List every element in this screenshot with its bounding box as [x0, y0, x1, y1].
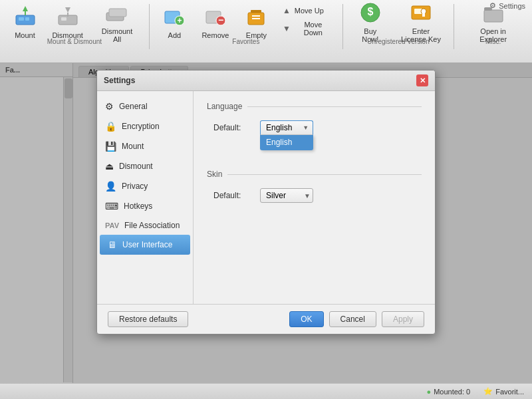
- nav-ui-label: User Interface: [122, 240, 172, 249]
- toolbar: Mount Dismount Dismount All: [0, 0, 532, 63]
- move-buttons: ▲ Move Up ▼ Move Down: [279, 4, 336, 39]
- move-up-icon: ▲: [283, 6, 291, 15]
- language-header-label: Language: [207, 102, 242, 111]
- nav-mount[interactable]: 💾 Mount: [97, 136, 193, 156]
- dismount-icon: [55, 3, 81, 30]
- add-button[interactable]: + Add: [156, 1, 193, 42]
- skin-header-label: Skin: [207, 170, 222, 179]
- toolbar-group-mount: Mount Dismount Dismount All: [0, 4, 150, 49]
- dialog-footer: Restore defaults OK Cancel Apply: [97, 304, 435, 334]
- spacer: [207, 143, 422, 170]
- favorites-status: ⭐ Favorit...: [483, 387, 524, 396]
- nav-dismount-label: Dismount: [119, 162, 153, 171]
- mounted-icon: ●: [427, 388, 432, 396]
- mounted-label: Mounted: 0: [434, 388, 470, 396]
- move-up-label: Move Up: [295, 7, 324, 15]
- dialog-close-button[interactable]: ✕: [416, 74, 428, 86]
- file-icon: PAV: [105, 221, 119, 229]
- mount-group-label: Mount & Dismount: [47, 38, 102, 45]
- favorites-status-icon: ⭐: [483, 387, 493, 396]
- move-down-icon: ▼: [283, 24, 291, 33]
- cancel-button[interactable]: Cancel: [329, 311, 376, 327]
- skin-default-label: Default:: [213, 191, 253, 200]
- nav-mount-label: Mount: [122, 142, 144, 151]
- add-label: Add: [168, 31, 182, 39]
- svg-text:$: $: [367, 6, 373, 17]
- svg-rect-10: [109, 9, 126, 17]
- move-down-button[interactable]: ▼ Move Down: [279, 19, 336, 39]
- buy-icon: $: [357, 0, 384, 26]
- app-titlebar: ⚙ Settings: [489, 1, 525, 10]
- svg-rect-18: [251, 10, 261, 13]
- language-section-header: Language: [207, 102, 422, 111]
- privacy-icon: 👤: [105, 181, 116, 192]
- dialog-overlay: Settings ✕ ⚙ General 🔒 Encryption 💾: [0, 63, 532, 383]
- license-icon: [408, 0, 434, 26]
- nav-hotkeys-label: Hotkeys: [124, 201, 152, 211]
- dismount-button[interactable]: Dismount: [47, 1, 88, 42]
- nav-hotkeys[interactable]: ⌨ Hotkeys: [97, 196, 193, 216]
- nav-privacy-label: Privacy: [122, 182, 148, 191]
- skin-select[interactable]: Silver Blue Dark: [260, 188, 313, 203]
- favorites-group-label: Favorites: [232, 38, 259, 45]
- dialog-nav: ⚙ General 🔒 Encryption 💾 Mount ⏏ Dismoun…: [97, 91, 194, 304]
- ok-button[interactable]: OK: [289, 311, 323, 327]
- nav-general-label: General: [119, 102, 148, 111]
- nav-encryption[interactable]: 🔒 Encryption: [97, 116, 193, 136]
- restore-defaults-button[interactable]: Restore defaults: [108, 311, 188, 327]
- dismount-all-icon: [104, 0, 130, 26]
- remove-icon: −: [202, 3, 229, 30]
- dialog-body: ⚙ General 🔒 Encryption 💾 Mount ⏏ Dismoun…: [97, 91, 435, 304]
- misc-group-label: Misc.: [485, 38, 501, 45]
- toolbar-group-misc: Open in Explorer Misc.: [454, 4, 532, 49]
- status-bar: ● Mounted: 0 ⭐ Favorit...: [0, 383, 532, 399]
- svg-rect-1: [19, 17, 24, 21]
- dismount-nav-icon: ⏏: [105, 161, 114, 172]
- svg-marker-7: [65, 7, 70, 13]
- mount-icon: [12, 3, 39, 30]
- language-option-english[interactable]: English: [261, 135, 313, 150]
- mounted-status: ● Mounted: 0: [427, 388, 471, 396]
- svg-rect-27: [484, 10, 503, 22]
- language-dropdown[interactable]: English ▼ English: [260, 120, 313, 135]
- toolbar-group-unregistered: $ Buy Now! Enter License Key Unregistere…: [343, 4, 454, 49]
- language-default-label: Default:: [213, 123, 253, 132]
- skin-field-row: Default: Silver Blue Dark ▼: [207, 188, 422, 203]
- skin-dropdown[interactable]: Silver Blue Dark ▼: [260, 188, 313, 203]
- empty-button[interactable]: Empty: [238, 1, 275, 42]
- settings-icon: ⚙: [489, 1, 496, 10]
- skin-section-header: Skin: [207, 170, 422, 179]
- svg-marker-3: [23, 6, 28, 11]
- nav-dismount[interactable]: ⏏ Dismount: [97, 156, 193, 176]
- mount-button[interactable]: Mount: [7, 1, 43, 42]
- move-up-button[interactable]: ▲ Move Up: [279, 4, 336, 17]
- svg-rect-26: [422, 13, 425, 17]
- toolbar-group-favorites: + Add − Remove: [150, 4, 343, 49]
- mount-label: Mount: [15, 31, 35, 39]
- nav-privacy[interactable]: 👤 Privacy: [97, 176, 193, 196]
- language-current-value: English: [266, 123, 292, 132]
- gear-icon: ⚙: [105, 101, 114, 112]
- settings-dialog: Settings ✕ ⚙ General 🔒 Encryption 💾: [96, 70, 436, 334]
- svg-rect-8: [67, 13, 68, 17]
- apply-button[interactable]: Apply: [382, 311, 424, 327]
- remove-button[interactable]: − Remove: [197, 1, 234, 42]
- nav-general[interactable]: ⚙ General: [97, 96, 193, 116]
- svg-rect-6: [61, 17, 66, 21]
- dialog-titlebar: Settings ✕: [97, 70, 435, 91]
- dialog-title: Settings: [104, 76, 135, 85]
- nav-user-interface[interactable]: 🖥 User Interface: [100, 235, 190, 255]
- unregistered-group-label: Unregistered Version: [367, 38, 429, 45]
- language-dropdown-arrow: ▼: [303, 124, 309, 131]
- language-field-row: Default: English ▼ English: [207, 120, 422, 135]
- titlebar-label: Settings: [499, 2, 525, 10]
- svg-text:−: −: [218, 15, 223, 25]
- empty-icon: [243, 3, 269, 30]
- favorites-status-label: Favorit...: [495, 388, 524, 396]
- language-dropdown-field[interactable]: English ▼: [260, 120, 313, 135]
- svg-text:+: +: [178, 16, 182, 25]
- nav-file-association[interactable]: PAV File Association: [97, 216, 193, 235]
- svg-rect-4: [25, 11, 26, 15]
- hotkeys-icon: ⌨: [105, 201, 118, 211]
- language-dropdown-list: English: [260, 135, 313, 150]
